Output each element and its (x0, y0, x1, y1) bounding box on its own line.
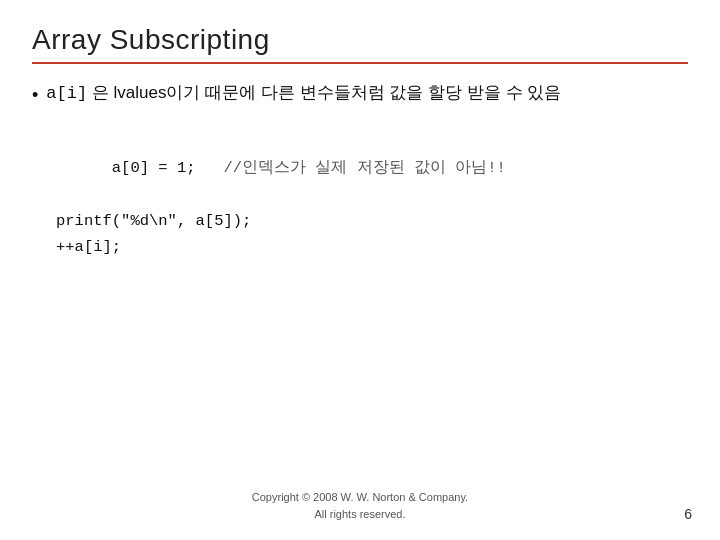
code-inline-ai: a[i] (46, 84, 87, 103)
code-line-2: printf("%d\n", a[5]); (56, 208, 688, 234)
bullet-korean-text: 은 lvalues이기 때문에 다른 변수들처럼 값을 할당 받을 수 있음 (87, 83, 561, 102)
footer: Copyright © 2008 W. W. Norton & Company.… (0, 489, 720, 522)
bullet-dot: • (32, 82, 38, 109)
bullet-text: a[i] 은 lvalues이기 때문에 다른 변수들처럼 값을 할당 받을 수… (46, 80, 561, 107)
code-line-1-code: a[0] = 1; (112, 159, 196, 177)
code-line-1: a[0] = 1; //인덱스가 실제 저장된 값이 아님!! (56, 129, 688, 208)
slide-title: Array Subscripting (32, 24, 688, 56)
code-line-1-comment: //인덱스가 실제 저장된 값이 아님!! (196, 159, 506, 177)
slide-container: Array Subscripting • a[i] 은 lvalues이기 때문… (0, 0, 720, 540)
bullet-item: • a[i] 은 lvalues이기 때문에 다른 변수들처럼 값을 할당 받을… (32, 80, 688, 109)
bullet-section: • a[i] 은 lvalues이기 때문에 다른 변수들처럼 값을 할당 받을… (32, 80, 688, 109)
code-block: a[0] = 1; //인덱스가 실제 저장된 값이 아님!! printf("… (56, 129, 688, 261)
title-area: Array Subscripting (32, 24, 688, 64)
code-line-3: ++a[i]; (56, 234, 688, 260)
slide-number: 6 (684, 506, 692, 522)
footer-copyright-line1: Copyright © 2008 W. W. Norton & Company. (0, 489, 720, 506)
footer-rights-line2: All rights reserved. (0, 506, 720, 523)
footer-copyright: Copyright © 2008 W. W. Norton & Company.… (0, 489, 720, 522)
